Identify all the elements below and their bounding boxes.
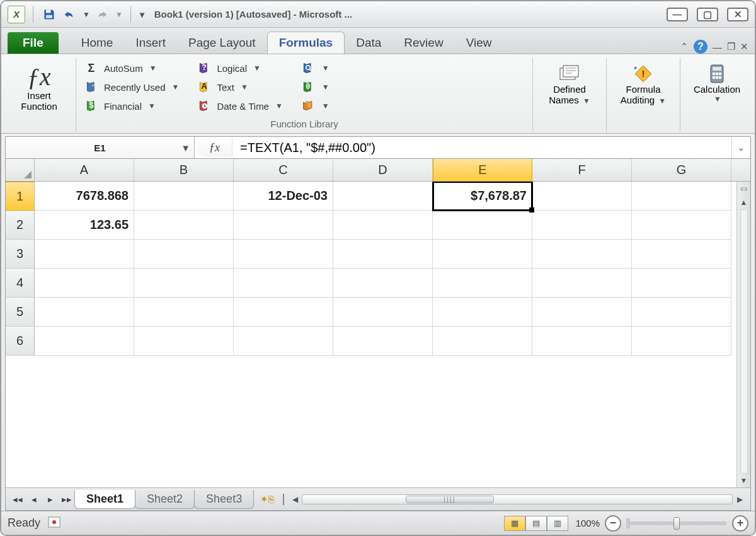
col-C[interactable]: C <box>234 159 333 181</box>
sheet-tab-3[interactable]: Sheet3 <box>194 490 254 509</box>
text-button[interactable]: A Text▼ <box>197 79 282 95</box>
scroll-right-icon[interactable]: ▶ <box>733 495 747 504</box>
row-6[interactable]: 6 <box>6 327 35 356</box>
zoom-value[interactable]: 100% <box>576 518 600 528</box>
tab-formulas[interactable]: Formulas <box>267 32 345 54</box>
tab-review[interactable]: Review <box>392 32 454 54</box>
cell-C1[interactable]: 12-Dec-03 <box>234 182 333 211</box>
formula-auditing-button[interactable]: ! Formula Auditing ▼ <box>614 61 672 108</box>
tab-insert[interactable]: Insert <box>124 32 177 54</box>
redo-icon[interactable] <box>94 8 110 21</box>
view-normal-icon[interactable]: ▦ <box>504 516 525 531</box>
zoom-slider[interactable] <box>626 521 727 525</box>
svg-rect-14 <box>716 73 718 75</box>
row-1[interactable]: 1 <box>6 182 35 211</box>
expand-formula-bar-icon[interactable]: ⌄ <box>731 137 750 158</box>
next-sheet-icon[interactable]: ▸ <box>42 492 59 507</box>
scroll-left-icon[interactable]: ◀ <box>288 495 302 504</box>
row-5[interactable]: 5 <box>6 298 35 327</box>
zoom-out-button[interactable]: − <box>605 515 621 532</box>
row-3[interactable]: 3 <box>6 240 35 269</box>
tab-file[interactable]: File <box>8 32 59 54</box>
select-all-corner[interactable] <box>6 159 35 181</box>
hscroll-thumb[interactable] <box>406 496 494 503</box>
excel-app-icon[interactable]: X <box>8 6 25 23</box>
svg-rect-18 <box>719 76 721 79</box>
cell-D1[interactable] <box>333 182 433 211</box>
col-D[interactable]: D <box>333 159 433 181</box>
cell-D2[interactable] <box>333 211 433 240</box>
lookup-ref-button[interactable]: ▼ <box>301 61 329 76</box>
titlebar: X ▼ ▼ ▾ Book1 (version 1) [Autosaved] - … <box>1 1 755 28</box>
defined-names-button[interactable]: Defined Names ▼ <box>541 61 598 108</box>
mdi-close-icon[interactable]: ✕ <box>740 41 748 52</box>
undo-dd[interactable]: ▼ <box>83 10 90 19</box>
minimize-ribbon-icon[interactable]: ⌃ <box>680 41 689 52</box>
undo-icon[interactable] <box>61 8 77 21</box>
mdi-restore-icon[interactable]: ❐ <box>727 41 735 52</box>
math-trig-button[interactable]: θ ▼ <box>301 79 329 95</box>
fx-label-icon[interactable]: ƒx <box>197 138 232 157</box>
name-box-dd-icon[interactable]: ▼ <box>181 143 190 153</box>
col-A[interactable]: A <box>35 159 134 181</box>
horizontal-scrollbar[interactable]: ◀ ▶ <box>283 493 747 506</box>
window-title: Book1 (version 1) [Autosaved] - Microsof… <box>154 9 663 20</box>
tab-home[interactable]: Home <box>70 32 125 54</box>
first-sheet-icon[interactable]: ◂◂ <box>9 492 26 507</box>
cell-E1[interactable]: $7,678.87 <box>433 182 532 211</box>
recently-used-icon <box>84 79 99 95</box>
insert-function-button[interactable]: ƒx Insert Function <box>10 61 68 114</box>
last-sheet-icon[interactable]: ▸▸ <box>59 492 75 507</box>
col-G[interactable]: G <box>632 159 731 181</box>
datetime-button[interactable]: Date & Time▼ <box>197 98 282 114</box>
col-E[interactable]: E <box>433 159 532 181</box>
logical-button[interactable]: ? Logical▼ <box>197 61 282 76</box>
formula-input[interactable] <box>232 137 731 158</box>
cell-A1[interactable]: 7678.868 <box>35 182 134 211</box>
view-page-layout-icon[interactable]: ▤ <box>525 516 547 531</box>
sheet-tab-1[interactable]: Sheet1 <box>74 490 135 509</box>
cell-F1[interactable] <box>532 182 632 211</box>
financial-button[interactable]: $ Financial▼ <box>84 98 179 114</box>
minimize-button[interactable]: — <box>667 8 688 21</box>
calculation-button[interactable]: Calculation ▼ <box>688 61 746 106</box>
qat-customize-icon[interactable]: ▾ <box>140 9 144 20</box>
cell-G1[interactable] <box>632 182 731 211</box>
cell-E2[interactable] <box>433 211 532 240</box>
row-4[interactable]: 4 <box>6 269 35 298</box>
cell-F2[interactable] <box>532 211 632 240</box>
col-B[interactable]: B <box>134 159 234 181</box>
save-icon[interactable] <box>41 8 57 21</box>
tab-view[interactable]: View <box>455 32 503 54</box>
svg-rect-16 <box>713 76 715 79</box>
cell-A2[interactable]: 123.65 <box>35 211 134 240</box>
tab-page-layout[interactable]: Page Layout <box>177 32 267 54</box>
split-box-icon[interactable]: ▭ <box>740 182 747 195</box>
formula-input-field[interactable] <box>240 141 724 155</box>
mdi-minimize-icon[interactable]: — <box>713 42 722 52</box>
recently-used-button[interactable]: Recently Used▼ <box>84 79 179 95</box>
scroll-up-icon[interactable]: ▲ <box>740 195 748 209</box>
row-2[interactable]: 2 <box>6 211 35 240</box>
cell-G2[interactable] <box>632 211 731 240</box>
maximize-button[interactable]: ▢ <box>697 8 718 21</box>
new-sheet-icon[interactable]: ✶⎘ <box>256 492 278 507</box>
help-icon[interactable]: ? <box>694 40 707 54</box>
tab-data[interactable]: Data <box>345 32 392 54</box>
scroll-down-icon[interactable]: ▼ <box>740 474 748 487</box>
redo-dd[interactable]: ▼ <box>115 10 123 19</box>
close-button[interactable]: ✕ <box>727 8 748 21</box>
cell-B2[interactable] <box>134 211 234 240</box>
cell-B1[interactable] <box>134 182 234 211</box>
zoom-in-button[interactable]: + <box>732 515 748 532</box>
cell-C2[interactable] <box>234 211 333 240</box>
autosum-button[interactable]: Σ AutoSum▼ <box>84 61 179 76</box>
name-box[interactable]: E1 ▼ <box>6 137 195 158</box>
macro-record-icon[interactable] <box>48 516 60 530</box>
sheet-tab-2[interactable]: Sheet2 <box>135 490 195 509</box>
col-F[interactable]: F <box>532 159 632 181</box>
vertical-scrollbar[interactable]: ▭ ▲ ▼ <box>736 182 750 487</box>
view-page-break-icon[interactable]: ▥ <box>547 516 568 531</box>
more-functions-button[interactable]: ▼ <box>301 98 329 114</box>
prev-sheet-icon[interactable]: ◂ <box>26 492 42 507</box>
